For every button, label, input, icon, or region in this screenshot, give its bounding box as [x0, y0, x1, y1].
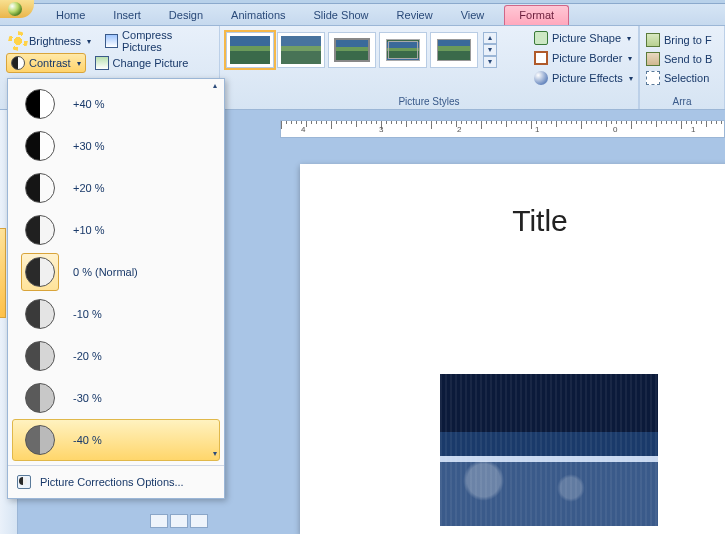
- picture-shape-button[interactable]: Picture Shape: [532, 28, 642, 48]
- change-picture-label: Change Picture: [113, 57, 189, 69]
- contrast-option-label: +30 %: [73, 140, 105, 152]
- picture-shape-icon: [534, 31, 548, 45]
- contrast-option-cm40[interactable]: -40 %: [12, 419, 220, 461]
- compress-pictures-button[interactable]: Compress Pictures: [100, 26, 213, 56]
- picture-shape-label: Picture Shape: [552, 32, 621, 44]
- style-thumb-3[interactable]: [328, 32, 376, 68]
- slide-canvas: Title: [300, 164, 725, 534]
- contrast-swatch-icon: [25, 425, 55, 455]
- contrast-icon: [11, 56, 25, 70]
- contrast-option-c40[interactable]: +40 %: [12, 83, 220, 125]
- contrast-option-c30[interactable]: +30 %: [12, 125, 220, 167]
- picture-effects-label: Picture Effects: [552, 72, 623, 84]
- dropdown-scroll-down[interactable]: ▾: [208, 449, 222, 461]
- contrast-option-cm20[interactable]: -20 %: [12, 335, 220, 377]
- view-show[interactable]: [190, 514, 208, 528]
- contrast-swatch-icon: [25, 383, 55, 413]
- ruler-label: 2: [457, 125, 461, 134]
- contrast-option-label: 0 % (Normal): [73, 266, 138, 278]
- gallery-more[interactable]: ▾: [483, 56, 497, 68]
- tab-insert[interactable]: Insert: [99, 6, 155, 25]
- contrast-swatch-icon: [25, 89, 55, 119]
- contrast-swatch-icon: [25, 341, 55, 371]
- contrast-option-label: +40 %: [73, 98, 105, 110]
- selection-pane-label: Selection: [664, 72, 709, 84]
- contrast-option-c10[interactable]: +10 %: [12, 209, 220, 251]
- group-arrange: Bring to F Send to B Selection Arra: [639, 26, 725, 109]
- contrast-option-cm10[interactable]: -10 %: [12, 293, 220, 335]
- brightness-label: Brightness: [29, 35, 81, 47]
- group-arrange-label: Arra: [646, 95, 718, 107]
- corrections-options-label: Picture Corrections Options...: [40, 476, 184, 488]
- group-picture-styles-label: Picture Styles: [226, 95, 632, 107]
- dropdown-scroll-up[interactable]: ▴: [208, 81, 222, 93]
- picture-effects-button[interactable]: Picture Effects: [532, 68, 642, 88]
- contrast-option-label: -10 %: [73, 308, 102, 320]
- tab-animations[interactable]: Animations: [217, 6, 299, 25]
- horizontal-ruler: 432101: [280, 120, 725, 138]
- contrast-option-cm30[interactable]: -30 %: [12, 377, 220, 419]
- picture-effects-icon: [534, 71, 548, 85]
- picture-corrections-options[interactable]: Picture Corrections Options...: [8, 468, 224, 498]
- contrast-dropdown: ▴ +40 %+30 %+20 %+10 %0 % (Normal)-10 %-…: [7, 78, 225, 499]
- bring-to-front-icon: [646, 33, 660, 47]
- contrast-swatch-icon: [25, 257, 55, 287]
- style-thumb-4[interactable]: [379, 32, 427, 68]
- contrast-option-label: -20 %: [73, 350, 102, 362]
- contrast-option-label: +20 %: [73, 182, 105, 194]
- contrast-button[interactable]: Contrast: [6, 53, 86, 73]
- contrast-swatch-icon: [25, 131, 55, 161]
- tab-slideshow[interactable]: Slide Show: [300, 6, 383, 25]
- view-normal[interactable]: [150, 514, 168, 528]
- compress-label: Compress Pictures: [122, 29, 208, 53]
- view-buttons: [150, 514, 230, 530]
- contrast-label: Contrast: [29, 57, 71, 69]
- send-to-back-icon: [646, 52, 660, 66]
- ruler-label: 1: [691, 125, 695, 134]
- gallery-scroll-up[interactable]: ▴: [483, 32, 497, 44]
- slide-title-placeholder[interactable]: Title: [300, 204, 725, 238]
- style-thumb-2[interactable]: [277, 32, 325, 68]
- picture-border-button[interactable]: Picture Border: [532, 48, 642, 68]
- tab-design[interactable]: Design: [155, 6, 217, 25]
- contrast-swatch-icon: [25, 173, 55, 203]
- corrections-options-icon: [16, 474, 32, 490]
- slides-panel-selection[interactable]: [0, 228, 6, 318]
- tab-review[interactable]: Review: [383, 6, 447, 25]
- bring-to-front-button[interactable]: Bring to F: [646, 31, 718, 49]
- style-thumb-5[interactable]: [430, 32, 478, 68]
- change-picture-icon: [95, 56, 109, 70]
- bring-to-front-label: Bring to F: [664, 34, 712, 46]
- picture-styles-side: Picture Shape Picture Border Picture Eff…: [532, 28, 642, 88]
- send-to-back-label: Send to B: [664, 53, 712, 65]
- tab-view[interactable]: View: [447, 6, 499, 25]
- gallery-scroll-down[interactable]: ▾: [483, 44, 497, 56]
- ruler-label: 4: [301, 125, 305, 134]
- change-picture-button[interactable]: Change Picture: [90, 53, 194, 73]
- send-to-back-button[interactable]: Send to B: [646, 50, 718, 68]
- selection-pane-icon: [646, 71, 660, 85]
- contrast-option-label: +10 %: [73, 224, 105, 236]
- view-sorter[interactable]: [170, 514, 188, 528]
- ruler-label: 3: [379, 125, 383, 134]
- tab-home[interactable]: Home: [42, 6, 99, 25]
- dropdown-separator: [8, 465, 224, 466]
- picture-border-label: Picture Border: [552, 52, 622, 64]
- tab-format[interactable]: Format: [504, 5, 569, 25]
- brightness-button[interactable]: Brightness: [6, 31, 96, 51]
- contrast-option-c20[interactable]: +20 %: [12, 167, 220, 209]
- ribbon-tabs: Home Insert Design Animations Slide Show…: [0, 4, 725, 26]
- contrast-swatch-icon: [25, 215, 55, 245]
- contrast-option-c0[interactable]: 0 % (Normal): [12, 251, 220, 293]
- office-logo-icon: [8, 2, 22, 16]
- compress-icon: [105, 34, 118, 48]
- ruler-label: 0: [613, 125, 617, 134]
- slide-picture[interactable]: [440, 374, 658, 526]
- style-thumb-1[interactable]: [226, 32, 274, 68]
- brightness-icon: [11, 34, 25, 48]
- contrast-swatch-icon: [25, 299, 55, 329]
- picture-border-icon: [534, 51, 548, 65]
- contrast-option-label: -40 %: [73, 434, 102, 446]
- contrast-option-label: -30 %: [73, 392, 102, 404]
- selection-pane-button[interactable]: Selection: [646, 69, 718, 87]
